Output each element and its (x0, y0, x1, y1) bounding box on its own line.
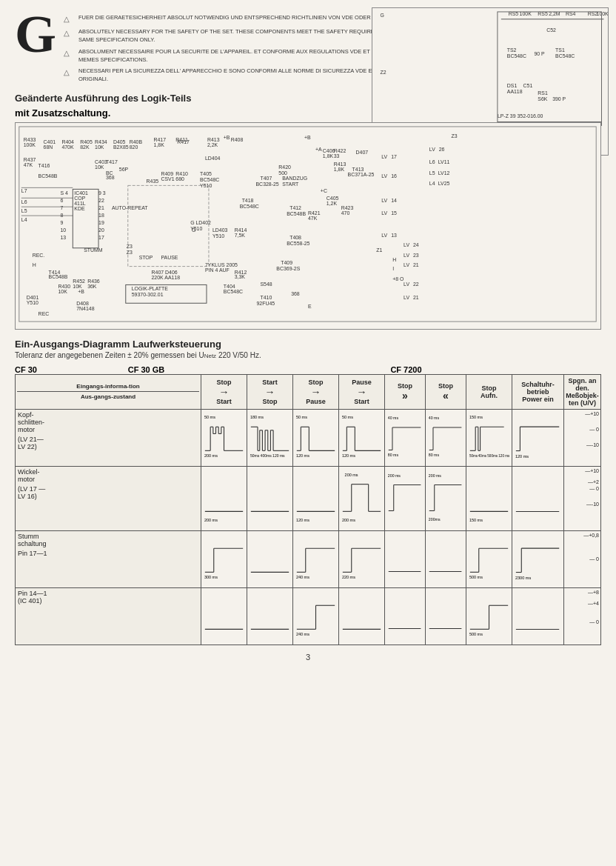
svg-text:120 ms: 120 ms (515, 453, 529, 458)
table-header-row: Eingangs-informa-tion Aus-gangs-zustand … (16, 374, 601, 409)
svg-text:36K: 36K (87, 284, 97, 289)
svg-text:BANDZUG: BANDZUG (282, 176, 307, 181)
cell-kopf-col5: 40 ms 80 ms (385, 409, 426, 466)
svg-text:R434: R434 (95, 139, 107, 144)
col5-arrow: » (386, 390, 424, 402)
svg-text:R404: R404 (61, 139, 74, 144)
th-col4: Pause → Start (339, 374, 385, 409)
warning-icon-4: △ (64, 67, 74, 78)
svg-text:S 4: S 4 (60, 190, 68, 196)
svg-text:1,8K: 1,8K (154, 141, 165, 147)
label-kopfschlitten: Kopf- schlitten- motor (LV 21— LV 22) (16, 409, 201, 466)
svg-text:R421: R421 (308, 210, 321, 216)
svg-text:200 ms: 200 ms (342, 518, 355, 522)
cell-kopf-col1: 50 ms 200 ms (201, 409, 247, 466)
svg-text:13: 13 (391, 232, 397, 237)
svg-text:12: 12 (444, 170, 450, 175)
svg-text:DS1: DS1 (507, 83, 518, 88)
svg-text:R437: R437 (24, 156, 36, 161)
svg-text:REC.: REC. (33, 252, 45, 257)
svg-text:LOGIK-PLATTE: LOGIK-PLATTE (132, 286, 169, 291)
svg-text:BC371A-25: BC371A-25 (348, 172, 375, 177)
svg-text:59370-302.01: 59370-302.01 (132, 292, 164, 297)
svg-text:50ms: 50ms (469, 453, 478, 457)
logo: G (15, 7, 56, 87)
svg-text:R420: R420 (278, 164, 291, 169)
svg-text:R410: R410 (175, 171, 188, 176)
cell-stumm-col7: 500 ms (466, 530, 512, 587)
svg-text:D401: D401 (27, 295, 39, 300)
svg-text:17: 17 (391, 153, 397, 159)
cell-kopf-col6: 40 ms 80 ms (426, 409, 466, 466)
svg-text:H: H (392, 256, 396, 262)
label-wickel: Wickel- motor (LV 17 — LV 16) (16, 466, 201, 530)
cell-wickel-col6: 200 ms 200ms (426, 466, 466, 530)
svg-text:21: 21 (413, 262, 419, 267)
svg-text:Y510: Y510 (27, 300, 38, 305)
svg-text:22: 22 (98, 198, 104, 203)
cell-stumm-voltage: —+0,8 — 0 (564, 530, 601, 587)
svg-text:G: G (381, 13, 384, 18)
svg-text:B2X85: B2X85 (113, 144, 129, 149)
col7-top: Stop (482, 384, 497, 392)
svg-text:7YKLUS 2005: 7YKLUS 2005 (205, 262, 238, 267)
svg-text:C51: C51 (523, 83, 533, 88)
svg-text:R422: R422 (334, 147, 346, 153)
model-labels-row: CF 30 CF 30 GB CF 7200 (15, 365, 601, 374)
svg-text:Z3: Z3 (127, 243, 133, 248)
svg-text:L5: L5 (21, 208, 27, 213)
svg-text:240 ms: 240 ms (296, 575, 309, 579)
svg-text:LV: LV (381, 198, 387, 203)
cell-kopf-col4: 50 ms 120 ms (339, 409, 385, 466)
svg-text:R40B: R40B (130, 139, 143, 144)
svg-text:14: 14 (391, 198, 397, 203)
svg-text:10: 10 (60, 227, 66, 232)
svg-text:T417: T417 (106, 159, 118, 164)
svg-text:T407: T407 (260, 176, 272, 181)
timing-subtitle: Toleranz der angegebenen Zeiten ± 20% ge… (15, 351, 601, 359)
cell-stumm-col4: 220 ms (339, 530, 385, 587)
warning-icon-2: △ (64, 27, 74, 39)
cell-wickel-col3: 120 ms (293, 466, 339, 530)
svg-text:56P: 56P (119, 166, 129, 171)
cell-pin14-col3: 240 ms (293, 587, 339, 644)
svg-text:220 ms: 220 ms (342, 575, 355, 579)
svg-text:15: 15 (391, 210, 397, 216)
svg-text:BC548C: BC548C (224, 289, 243, 294)
svg-text:10K: 10K (95, 144, 104, 149)
cell-wickel-schaltuhr (512, 466, 564, 530)
cell-stumm-col5 (385, 530, 426, 587)
svg-text:D408: D408 (76, 301, 89, 306)
label-stumm: Stumm schaltung Pin 17—1 (16, 530, 201, 587)
th-eingangs-ausgangs: Eingangs-informa-tion Aus-gangs-zustand (16, 374, 201, 409)
svg-text:7: 7 (60, 205, 63, 210)
svg-text:D407: D407 (356, 149, 369, 154)
svg-text:R407 D406: R407 D406 (152, 269, 178, 274)
th-col6: Stop « (426, 374, 466, 409)
svg-text:68N: 68N (44, 144, 53, 149)
svg-text:L6: L6 (21, 199, 27, 204)
svg-text:820: 820 (130, 144, 138, 149)
table-row-pin14: Pin 14—1 (IC 401) 2 (16, 587, 601, 644)
schaltuhr-label: Schaltuhr-betrieb (514, 381, 562, 396)
svg-text:T410: T410 (260, 295, 272, 300)
svg-text:STUMM: STUMM (84, 247, 103, 252)
svg-text:BC548B: BC548B (287, 211, 306, 216)
svg-text:KDE: KDE (74, 206, 85, 211)
svg-text:BC548C: BC548C (200, 177, 219, 182)
svg-text:500: 500 (278, 170, 287, 175)
svg-text:C405: C405 (327, 196, 339, 201)
cell-wickel-col2 (247, 466, 293, 530)
svg-text:LV: LV (404, 262, 409, 267)
svg-text:200 ms: 200 ms (345, 472, 358, 476)
svg-text:21: 21 (98, 205, 104, 210)
svg-text:LP-Z  39 352-016.00: LP-Z 39 352-016.00 (498, 114, 543, 119)
svg-text:120 ms: 120 ms (342, 453, 355, 458)
svg-text:LV: LV (381, 210, 387, 216)
svg-text:+B: +B (304, 134, 311, 139)
svg-text:500 ms: 500 ms (469, 575, 483, 579)
svg-text:390 P: 390 P (552, 96, 566, 101)
cell-stumm-col2 (247, 530, 293, 587)
svg-text:R408: R408 (231, 136, 244, 141)
svg-text:COP: COP (74, 196, 85, 201)
